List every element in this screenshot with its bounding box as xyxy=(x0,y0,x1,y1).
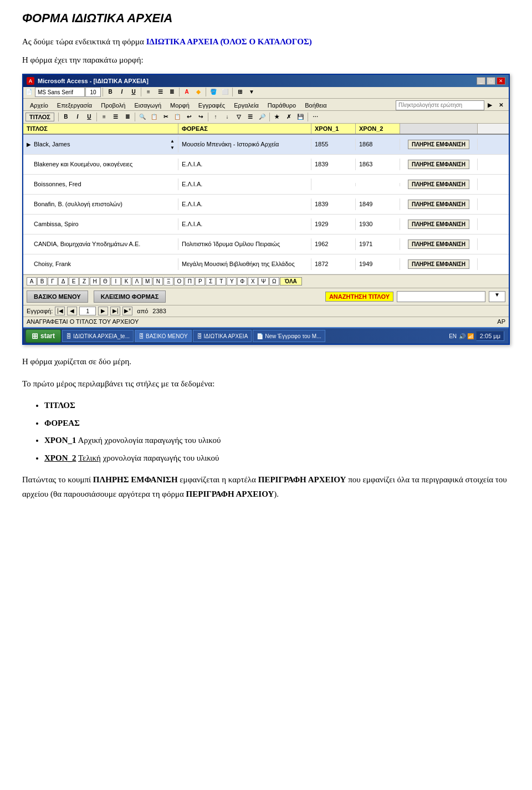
color-btn[interactable]: A xyxy=(181,87,192,97)
alpha-btn-Θ[interactable]: Θ xyxy=(100,277,110,286)
alpha-btn-Ι[interactable]: Ι xyxy=(111,277,121,286)
scroll-down-arrow[interactable]: ▼ xyxy=(170,145,175,151)
menu-view[interactable]: Προβολή xyxy=(96,101,130,110)
menu-insert[interactable]: Εισαγωγή xyxy=(130,101,166,110)
alpha-btn-Ζ[interactable]: Ζ xyxy=(79,277,89,286)
alpha-btn-Δ[interactable]: Δ xyxy=(58,277,68,286)
taskbar-item-3[interactable]: 📄 New Έγγραφο του M... xyxy=(253,330,325,342)
full-view-button-2[interactable]: ΠΛΗΡΗΣ ΕΜΦΑΝΙΣΗ xyxy=(408,180,469,189)
t2-save[interactable]: 💾 xyxy=(295,112,306,122)
alpha-btn-Ψ[interactable]: Ψ xyxy=(258,277,268,286)
special-btn[interactable]: ⊞ xyxy=(234,87,245,97)
t2-filter[interactable]: ▽ xyxy=(233,112,244,122)
alpha-btn-Κ[interactable]: Κ xyxy=(121,277,131,286)
alpha-btn-ΌΛΑ[interactable]: ΌΛΑ xyxy=(280,277,302,286)
record-current[interactable] xyxy=(79,307,96,315)
alpha-btn-Σ[interactable]: Σ xyxy=(206,277,216,286)
underline-btn[interactable]: U xyxy=(128,87,139,97)
dropdown-btn[interactable]: ▼ xyxy=(246,87,257,97)
taskbar-item-2[interactable]: 🗄 ΙΔΙΩΤΙΚΑ ΑΡΧΕΙΑ xyxy=(193,330,252,342)
menu-format[interactable]: Μορφή xyxy=(166,101,194,110)
menu-tools[interactable]: Εργαλεία xyxy=(229,101,263,110)
alpha-btn-Φ[interactable]: Φ xyxy=(237,277,247,286)
help-close-btn[interactable]: ✕ xyxy=(495,100,507,110)
alpha-btn-Π[interactable]: Π xyxy=(185,277,195,286)
font-selector[interactable] xyxy=(35,87,85,97)
font-size[interactable] xyxy=(85,87,101,97)
t2-left[interactable]: ≡ xyxy=(99,112,110,122)
t2-center[interactable]: ☰ xyxy=(110,112,121,122)
full-view-button-5[interactable]: ΠΛΗΡΗΣ ΕΜΦΑΝΙΣΗ xyxy=(408,239,469,249)
alpha-btn-Η[interactable]: Η xyxy=(90,277,100,286)
t2-sort-desc[interactable]: ↓ xyxy=(222,112,233,122)
alpha-btn-Ε[interactable]: Ε xyxy=(69,277,79,286)
t2-a2[interactable]: 📋 xyxy=(149,112,160,122)
main-menu-button[interactable]: ΒΑΣΙΚΟ ΜΕΝΟΥ xyxy=(27,290,88,303)
search-title-input[interactable] xyxy=(397,291,485,302)
alpha-btn-Μ[interactable]: Μ xyxy=(142,277,152,286)
t2-italic[interactable]: I xyxy=(72,112,83,122)
t2-right[interactable]: ≣ xyxy=(122,112,133,122)
t2-new-rec[interactable]: ★ xyxy=(272,112,283,122)
alpha-btn-Χ[interactable]: Χ xyxy=(248,277,258,286)
nav-first[interactable]: |◀ xyxy=(55,307,65,315)
nav-last[interactable]: ▶| xyxy=(110,307,120,315)
help-search-input[interactable] xyxy=(396,100,484,110)
full-view-button-3[interactable]: ΠΛΗΡΗΣ ΕΜΦΑΝΙΣΗ xyxy=(408,200,469,209)
alpha-btn-Α[interactable]: Α xyxy=(27,277,37,286)
menu-records[interactable]: Εγγραφές xyxy=(194,101,229,110)
fill-btn[interactable]: 🪣 xyxy=(208,87,219,97)
menu-window[interactable]: Παράθυρο xyxy=(263,101,300,110)
t2-more[interactable]: ⋯ xyxy=(310,112,321,122)
nav-new[interactable]: ▶* xyxy=(122,307,132,315)
search-title-dropdown[interactable]: ▼ xyxy=(489,291,505,302)
help-search-btn[interactable]: ▶ xyxy=(484,100,495,110)
menu-edit[interactable]: Επεξεργασία xyxy=(53,101,96,110)
t2-del-rec[interactable]: ✗ xyxy=(283,112,294,122)
full-view-button-6[interactable]: ΠΛΗΡΗΣ ΕΜΦΑΝΙΣΗ xyxy=(408,259,469,269)
t2-sort-asc[interactable]: ↑ xyxy=(210,112,221,122)
t2-find[interactable]: 🔎 xyxy=(257,112,268,122)
full-view-button-0[interactable]: ΠΛΗΡΗΣ ΕΜΦΑΝΙΣΗ xyxy=(408,140,469,149)
minimize-button[interactable]: _ xyxy=(477,77,485,85)
border-btn[interactable]: ⬜ xyxy=(219,87,231,97)
italic-btn[interactable]: I xyxy=(116,87,127,97)
align-left-btn[interactable]: ≡ xyxy=(143,87,154,97)
align-right-btn[interactable]: ≣ xyxy=(166,87,177,97)
start-button[interactable]: ⊞ start xyxy=(25,329,61,343)
highlight-btn[interactable]: ◆ xyxy=(193,87,204,97)
alpha-btn-Τ[interactable]: Τ xyxy=(216,277,226,286)
alpha-btn-Β[interactable]: Β xyxy=(37,277,47,286)
full-view-button-1[interactable]: ΠΛΗΡΗΣ ΕΜΦΑΝΙΣΗ xyxy=(408,160,469,169)
new-btn[interactable]: 📄 xyxy=(23,87,34,97)
taskbar-item-0[interactable]: 🗄 ΙΔΙΩΤΙΚΑ ΑΡΧΕΙΑ_te... xyxy=(62,330,134,342)
t2-underline[interactable]: U xyxy=(84,112,95,122)
nav-prev[interactable]: ◀ xyxy=(67,307,77,315)
t2-a4[interactable]: 📋 xyxy=(172,112,183,122)
menu-help[interactable]: Βοήθεια xyxy=(300,101,331,110)
scroll-up-arrow[interactable]: ▲ xyxy=(170,138,175,144)
close-button[interactable]: ✕ xyxy=(497,77,505,85)
t2-filter2[interactable]: ☰ xyxy=(245,112,256,122)
taskbar-item-1[interactable]: 🗄 ΒΑΣΙΚΟ ΜΕΝΟΥ xyxy=(135,330,192,342)
t2-a5[interactable]: ↩ xyxy=(183,112,195,122)
alpha-btn-Λ[interactable]: Λ xyxy=(132,277,142,286)
t2-a3[interactable]: ✂ xyxy=(160,112,171,122)
align-center-btn[interactable]: ☰ xyxy=(155,87,166,97)
maximize-button[interactable]: □ xyxy=(487,77,495,85)
alpha-btn-Ο[interactable]: Ο xyxy=(174,277,184,286)
bold-btn[interactable]: B xyxy=(105,87,116,97)
nav-next[interactable]: ▶ xyxy=(98,307,108,315)
alpha-btn-Γ[interactable]: Γ xyxy=(48,277,58,286)
t2-a1[interactable]: 🔍 xyxy=(137,112,148,122)
alpha-btn-Ν[interactable]: Ν xyxy=(153,277,163,286)
t2-bold[interactable]: B xyxy=(60,112,71,122)
alpha-btn-Ω[interactable]: Ω xyxy=(269,277,279,286)
t2-a6[interactable]: ↪ xyxy=(195,112,206,122)
alpha-btn-Ρ[interactable]: Ρ xyxy=(195,277,205,286)
menu-file[interactable]: Αρχείο xyxy=(25,101,53,110)
full-view-button-4[interactable]: ΠΛΗΡΗΣ ΕΜΦΑΝΙΣΗ xyxy=(408,220,469,229)
close-form-button[interactable]: ΚΛΕΙΣΙΜΟ ΦΟΡΜΑΣ xyxy=(94,290,166,303)
alpha-btn-Ξ[interactable]: Ξ xyxy=(163,277,173,286)
alpha-btn-Υ[interactable]: Υ xyxy=(227,277,237,286)
